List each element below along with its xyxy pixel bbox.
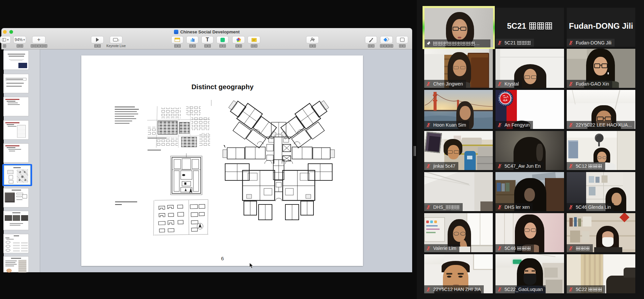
svg-text:6: 6	[221, 256, 224, 261]
svg-text:Distinct geography: Distinct geography	[191, 83, 254, 91]
